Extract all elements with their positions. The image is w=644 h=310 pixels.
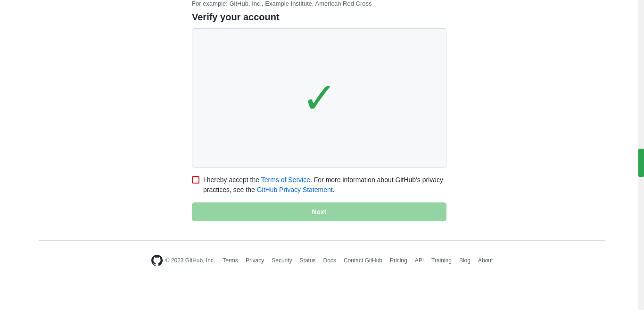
footer-link-api[interactable]: API	[415, 257, 424, 264]
privacy-link[interactable]: GitHub Privacy Statement	[257, 186, 333, 193]
footer-link-privacy[interactable]: Privacy	[246, 257, 264, 264]
footer-link-docs[interactable]: Docs	[323, 257, 336, 264]
next-button[interactable]: Next	[192, 202, 446, 221]
terms-checkbox[interactable]	[192, 176, 199, 184]
footer-link-blog[interactable]: Blog	[459, 257, 471, 264]
footer-logo: © 2023 GitHub, Inc.	[151, 255, 215, 266]
footer-link-contact[interactable]: Contact GitHub	[344, 257, 382, 264]
tos-link[interactable]: Terms of Service	[261, 176, 310, 184]
scrollbar[interactable]	[638, 0, 644, 310]
main-content: For example: GitHub, Inc., Example Insti…	[0, 0, 638, 221]
scrollbar-thumb[interactable]	[638, 149, 644, 177]
footer: © 2023 GitHub, Inc. Terms Privacy Securi…	[0, 250, 644, 276]
footer-link-training[interactable]: Training	[431, 257, 452, 264]
verify-box: ✓	[192, 28, 446, 168]
footer-link-status[interactable]: Status	[300, 257, 316, 264]
section-title: Verify your account	[192, 12, 446, 23]
footer-copyright: © 2023 GitHub, Inc.	[165, 257, 215, 264]
footer-link-terms[interactable]: Terms	[223, 257, 238, 264]
page-container: For example: GitHub, Inc., Example Insti…	[0, 0, 644, 310]
footer-link-security[interactable]: Security	[272, 257, 292, 264]
terms-text: I hereby accept the Terms of Service. Fo…	[203, 175, 446, 195]
checkmark-icon: ✓	[302, 77, 337, 119]
github-logo-icon	[151, 255, 163, 266]
footer-link-pricing[interactable]: Pricing	[390, 257, 407, 264]
top-hint: For example: GitHub, Inc., Example Insti…	[192, 0, 446, 7]
footer-divider	[39, 240, 605, 241]
terms-row: I hereby accept the Terms of Service. Fo…	[192, 175, 446, 195]
footer-link-about[interactable]: About	[478, 257, 493, 264]
